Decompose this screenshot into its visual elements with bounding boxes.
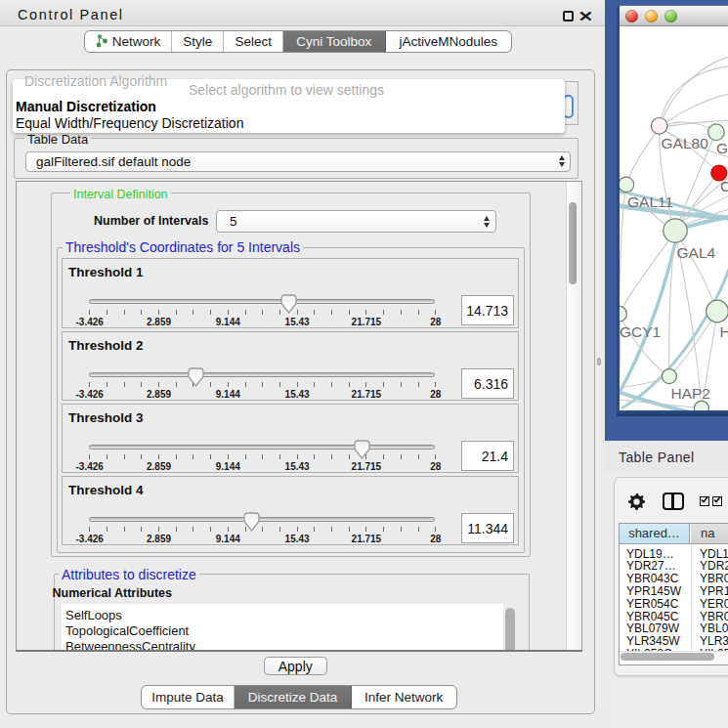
svg-text:HIS: HIS [720, 323, 728, 340]
svg-text:GAL11: GAL11 [627, 193, 673, 210]
svg-text:HAP2: HAP2 [671, 385, 711, 402]
svg-text:GAL4: GAL4 [677, 244, 716, 261]
svg-text:CY: CY [720, 178, 728, 194]
svg-text:GCY1: GCY1 [620, 323, 661, 340]
svg-text:GAL80: GAL80 [662, 135, 709, 151]
svg-text:GAL3: GAL3 [716, 140, 728, 156]
